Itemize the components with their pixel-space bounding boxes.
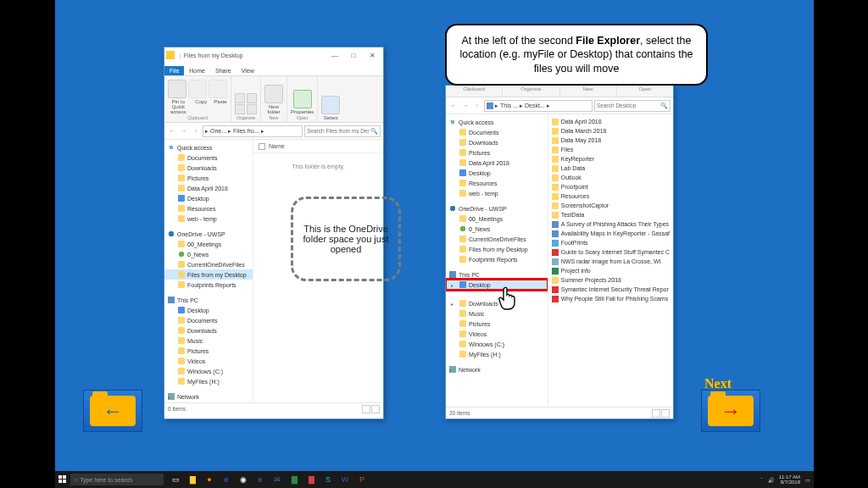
close-button[interactable]: ✕ xyxy=(363,48,381,62)
prev-slide-button[interactable]: ← xyxy=(83,390,142,432)
copy-to-icon[interactable] xyxy=(247,93,257,103)
list-item[interactable]: Availability Maps in KeyReporter - Sassa… xyxy=(552,229,670,238)
tree-item[interactable]: 00_Meetings xyxy=(446,214,548,224)
taskbar-clock[interactable]: 11:17 AM 8/7/2018 xyxy=(779,474,800,485)
tree-item[interactable]: Downloads xyxy=(446,137,548,147)
tree-item[interactable]: Windows (C:) xyxy=(446,339,548,349)
tree-item[interactable]: Desktop xyxy=(164,193,253,203)
task-view-icon[interactable]: ▭ xyxy=(170,474,181,485)
outlook-icon[interactable]: ✉ xyxy=(272,474,282,485)
tree-item[interactable]: ▸Downloads xyxy=(446,298,548,308)
details-view-button[interactable] xyxy=(652,409,660,418)
tree-item[interactable]: ▸Network xyxy=(164,391,253,402)
tree-item[interactable]: ˅Quick access xyxy=(446,117,548,127)
list-item[interactable]: Lab Data xyxy=(552,164,670,173)
tree-item[interactable]: Desktop xyxy=(164,305,253,315)
tree-item[interactable]: 0_News xyxy=(446,224,548,234)
powerpoint-icon[interactable]: P xyxy=(357,474,367,485)
tree-item[interactable]: ˅This PC xyxy=(446,269,548,280)
breadcrumb[interactable]: ▸One...▸ Files fro...▸ xyxy=(203,125,303,137)
list-item[interactable]: KeyReporter xyxy=(552,154,670,164)
paste-icon[interactable] xyxy=(209,80,227,98)
tree-item[interactable]: web - temp xyxy=(164,214,253,224)
file-list[interactable]: Data April 2018Data March 2018Data May 2… xyxy=(548,114,673,407)
back-button[interactable]: ← xyxy=(167,126,177,136)
list-item[interactable]: Resources xyxy=(552,191,670,201)
forward-button[interactable]: → xyxy=(179,126,189,136)
minimize-button[interactable]: — xyxy=(326,48,344,62)
select-icon[interactable] xyxy=(321,96,340,114)
search-box[interactable]: 🔍 xyxy=(304,125,381,137)
tree-item[interactable]: MyFiles (H:) xyxy=(446,349,548,359)
tree-item[interactable]: ▸Desktop xyxy=(446,280,548,290)
up-button[interactable]: ↑ xyxy=(191,126,201,136)
app-icon[interactable]: ▇ xyxy=(306,474,316,485)
list-item[interactable]: Proofpoint xyxy=(552,182,670,191)
up-button[interactable]: ↑ xyxy=(472,101,482,111)
column-name[interactable]: Name xyxy=(269,143,285,149)
list-item[interactable]: A Survey of Phishing Attacks Their Types xyxy=(552,219,670,229)
next-slide-button[interactable]: → xyxy=(701,390,760,432)
rename-icon[interactable] xyxy=(247,104,257,114)
tab-file[interactable]: File xyxy=(164,66,184,75)
tree-item[interactable]: 0_News xyxy=(164,249,253,259)
list-item[interactable]: Data March 2018 xyxy=(552,126,670,136)
tree-item[interactable]: Footprints Reports xyxy=(446,254,548,264)
icons-view-button[interactable] xyxy=(371,405,380,413)
tree-item[interactable]: Data April 2018 xyxy=(164,183,253,193)
pin-icon[interactable] xyxy=(168,80,186,98)
excel-icon[interactable]: ▇ xyxy=(289,474,299,485)
explorer-icon[interactable]: ▇ xyxy=(187,474,198,485)
tab-home[interactable]: Home xyxy=(184,66,210,75)
tree-item[interactable]: Resources xyxy=(164,203,253,214)
list-item[interactable]: Symantec Internet Security Threat Repor xyxy=(552,285,670,294)
list-item[interactable]: TestData xyxy=(552,210,670,219)
new-folder-icon[interactable] xyxy=(264,85,283,103)
tab-share[interactable]: Share xyxy=(210,66,236,75)
tree-item[interactable]: Downloads xyxy=(164,163,253,173)
list-item[interactable]: Guide to Scary Internet Stuff Symantec C xyxy=(552,247,670,257)
search-input[interactable] xyxy=(307,128,369,134)
list-item[interactable]: Data May 2018 xyxy=(552,136,670,145)
tree-item[interactable]: Files from my Desktop xyxy=(164,269,253,280)
tree-item[interactable]: CurrentOneDriveFiles xyxy=(446,234,548,244)
tree-item[interactable]: Pictures xyxy=(164,346,253,356)
titlebar[interactable]: | Files from my Desktop — □ ✕ xyxy=(164,47,383,63)
tree-item[interactable]: Pictures xyxy=(164,173,253,183)
tree-item[interactable]: ˅OneDrive - UWSP xyxy=(446,203,548,214)
list-item[interactable]: FootPrints xyxy=(552,238,670,247)
nav-tree[interactable]: ˅Quick accessDocumentsDownloadsPicturesD… xyxy=(164,140,253,402)
details-view-button[interactable] xyxy=(362,405,370,413)
tree-item[interactable]: Documents xyxy=(164,315,253,325)
firefox-icon[interactable]: ● xyxy=(204,474,214,485)
edge-icon[interactable]: e xyxy=(221,474,231,485)
skype-icon[interactable]: S xyxy=(323,474,333,485)
nav-tree[interactable]: ˅Quick accessDocumentsDownloadsPicturesD… xyxy=(446,114,548,407)
list-item[interactable]: Summer Projects 2018 xyxy=(552,275,670,285)
tree-item[interactable]: Files from my Desktop xyxy=(446,244,548,254)
tree-item[interactable]: ˅Quick access xyxy=(164,142,253,152)
list-item[interactable]: ScreenshotCaptor xyxy=(552,201,670,210)
tree-item[interactable]: 00_Meetings xyxy=(164,239,253,249)
list-item[interactable]: Project info xyxy=(552,266,670,275)
taskbar[interactable]: ○ Type here to search ▭ ▇ ● e ◉ e ✉ ▇ ▇ … xyxy=(55,471,814,488)
tree-item[interactable]: Pictures xyxy=(446,319,548,329)
tree-item[interactable]: Downloads xyxy=(164,325,253,336)
tab-view[interactable]: View xyxy=(236,66,259,75)
tree-item[interactable]: Data April 2018 xyxy=(446,158,548,168)
start-button[interactable] xyxy=(57,474,69,485)
breadcrumb[interactable]: ▸ This ...▸ Deskt...▸ xyxy=(484,100,593,112)
maximize-button[interactable]: □ xyxy=(344,48,363,62)
search-box[interactable]: 🔍 xyxy=(594,100,670,112)
back-button[interactable]: ← xyxy=(448,101,459,111)
word-icon[interactable]: W xyxy=(340,474,350,485)
properties-icon[interactable] xyxy=(293,90,312,108)
list-item[interactable]: Files xyxy=(552,145,670,154)
notifications-icon[interactable]: ▭ xyxy=(805,477,810,483)
tree-item[interactable]: ▸Network xyxy=(446,364,548,374)
tree-item[interactable]: Desktop xyxy=(446,168,548,178)
select-all-checkbox[interactable] xyxy=(259,143,265,150)
icons-view-button[interactable] xyxy=(661,409,670,418)
tree-item[interactable]: MyFiles (H:) xyxy=(164,376,253,386)
tray-up-icon[interactable]: ˄ xyxy=(760,477,763,483)
